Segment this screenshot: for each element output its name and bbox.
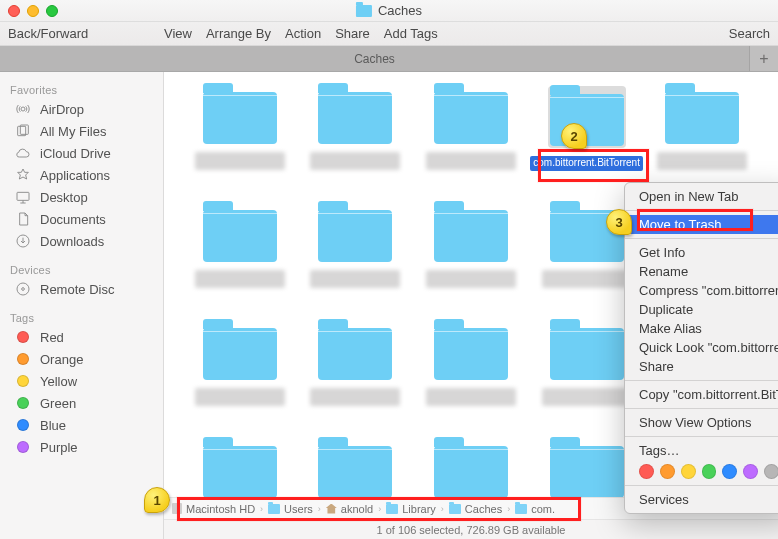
sidebar-item-all-my-files[interactable]: All My Files [0, 120, 163, 142]
tab-caches[interactable]: Caches [0, 46, 750, 71]
toolbar-item-arrange-by[interactable]: Arrange By [206, 26, 271, 41]
sidebar-item-icloud-drive[interactable]: iCloud Drive [0, 142, 163, 164]
folder-item[interactable] [182, 322, 298, 432]
folder-item[interactable] [413, 440, 529, 499]
disk-icon [172, 503, 182, 514]
folder-item[interactable] [298, 440, 414, 499]
path-crumb[interactable]: Caches [449, 503, 502, 515]
sidebar-item-label: Green [40, 396, 76, 411]
sidebar-item-documents[interactable]: Documents [0, 208, 163, 230]
tag-color-dot[interactable] [639, 464, 654, 479]
home-icon [326, 504, 337, 514]
tag-color-dot[interactable] [660, 464, 675, 479]
minimize-button[interactable] [27, 5, 39, 17]
menu-item-copy-com-bittorrent-bittorrent[interactable]: Copy "com.bittorrent.BitTorrent" [625, 385, 778, 404]
menu-tag-colors [625, 460, 778, 481]
tag-color-dot[interactable] [764, 464, 778, 479]
tag-color-dot[interactable] [681, 464, 696, 479]
folder-item[interactable] [413, 86, 529, 196]
chevron-right-icon: › [507, 504, 510, 514]
folder-icon [515, 504, 527, 514]
tag-color-dot[interactable] [743, 464, 758, 479]
menu-item-services[interactable]: Services [625, 490, 778, 509]
svg-point-0 [21, 107, 25, 111]
menu-item-move-to-trash[interactable]: Move to Trash [625, 215, 778, 234]
search-button[interactable]: Search [729, 26, 770, 41]
menu-item-compress-com-bittorrent-bittorrent[interactable]: Compress "com.bittorrent.BitTorrent" [625, 281, 778, 300]
status-bar: 1 of 106 selected, 726.89 GB available [164, 519, 778, 539]
menu-item-duplicate[interactable]: Duplicate [625, 300, 778, 319]
folder-item[interactable] [298, 204, 414, 314]
menu-item-tags[interactable]: Tags… [625, 441, 778, 460]
toolbar-item-view[interactable]: View [164, 26, 192, 41]
path-crumb[interactable]: Library [386, 503, 436, 515]
annotation-callout-1: 1 [144, 487, 170, 513]
annotation-callout-3: 3 [606, 209, 632, 235]
folder-item[interactable] [182, 440, 298, 499]
allfiles-icon [14, 123, 32, 139]
sidebar-item-orange[interactable]: Orange [0, 348, 163, 370]
sidebar-item-label: Red [40, 330, 64, 345]
folder-item[interactable] [182, 86, 298, 196]
sidebar-item-yellow[interactable]: Yellow [0, 370, 163, 392]
menu-item-show-view-options[interactable]: Show View Options [625, 413, 778, 432]
folder-icon [449, 504, 461, 514]
sidebar-item-downloads[interactable]: Downloads [0, 230, 163, 252]
path-crumb[interactable]: com. [515, 503, 555, 515]
sidebar-item-desktop[interactable]: Desktop [0, 186, 163, 208]
path-crumb[interactable]: Users [268, 503, 313, 515]
path-crumb-label: aknold [341, 503, 373, 515]
folder-item[interactable] [644, 86, 760, 196]
chevron-right-icon: › [441, 504, 444, 514]
chevron-right-icon: › [260, 504, 263, 514]
sidebar-item-remote-disc[interactable]: Remote Disc [0, 278, 163, 300]
menu-item-make-alias[interactable]: Make Alias [625, 319, 778, 338]
annotation-callout-2: 2 [561, 123, 587, 149]
folder-item[interactable] [182, 204, 298, 314]
file-label [426, 152, 516, 170]
sidebar-item-applications[interactable]: Applications [0, 164, 163, 186]
folder-item[interactable] [298, 322, 414, 432]
status-text: 1 of 106 selected, 726.89 GB available [377, 524, 566, 536]
menu-separator [625, 210, 778, 211]
folder-item[interactable] [413, 204, 529, 314]
file-label [195, 388, 285, 406]
tab-label: Caches [354, 52, 395, 66]
path-crumb[interactable]: aknold [326, 503, 373, 515]
sidebar-item-green[interactable]: Green [0, 392, 163, 414]
close-button[interactable] [8, 5, 20, 17]
menu-separator [625, 436, 778, 437]
sidebar-item-blue[interactable]: Blue [0, 414, 163, 436]
path-crumb-label: Macintosh HD [186, 503, 255, 515]
menu-item-share[interactable]: Share [625, 357, 778, 376]
svg-point-6 [22, 288, 25, 291]
menu-item-get-info[interactable]: Get Info [625, 243, 778, 262]
sidebar-item-purple[interactable]: Purple [0, 436, 163, 458]
sidebar-item-airdrop[interactable]: AirDrop [0, 98, 163, 120]
back-forward-button[interactable]: Back/Forward [8, 26, 88, 41]
path-crumb-label: com. [531, 503, 555, 515]
window-controls [8, 5, 58, 17]
toolbar-item-action[interactable]: Action [285, 26, 321, 41]
toolbar-item-add-tags[interactable]: Add Tags [384, 26, 438, 41]
sidebar-item-red[interactable]: Red [0, 326, 163, 348]
window-title: Caches [378, 3, 422, 18]
menu-item-open-in-new-tab[interactable]: Open in New Tab [625, 187, 778, 206]
folder-item[interactable] [413, 322, 529, 432]
sidebar-item-label: Desktop [40, 190, 88, 205]
folder-icon [268, 504, 280, 514]
zoom-button[interactable] [46, 5, 58, 17]
new-tab-button[interactable]: + [750, 46, 778, 71]
selected-file-label[interactable]: com.bittorrent.BitTorrent [530, 156, 643, 171]
menu-item-rename[interactable]: Rename [625, 262, 778, 281]
tag-color-dot[interactable] [722, 464, 737, 479]
folder-item[interactable] [298, 86, 414, 196]
path-crumb[interactable]: Macintosh HD [172, 503, 255, 515]
sidebar-item-label: iCloud Drive [40, 146, 111, 161]
tag-color-dot[interactable] [702, 464, 717, 479]
menu-separator [625, 485, 778, 486]
toolbar-item-share[interactable]: Share [335, 26, 370, 41]
path-crumb-label: Caches [465, 503, 502, 515]
menu-item-quick-look-com-bittorrent-bittorrent[interactable]: Quick Look "com.bittorrent.BitTorrent" [625, 338, 778, 357]
file-label [310, 152, 400, 170]
